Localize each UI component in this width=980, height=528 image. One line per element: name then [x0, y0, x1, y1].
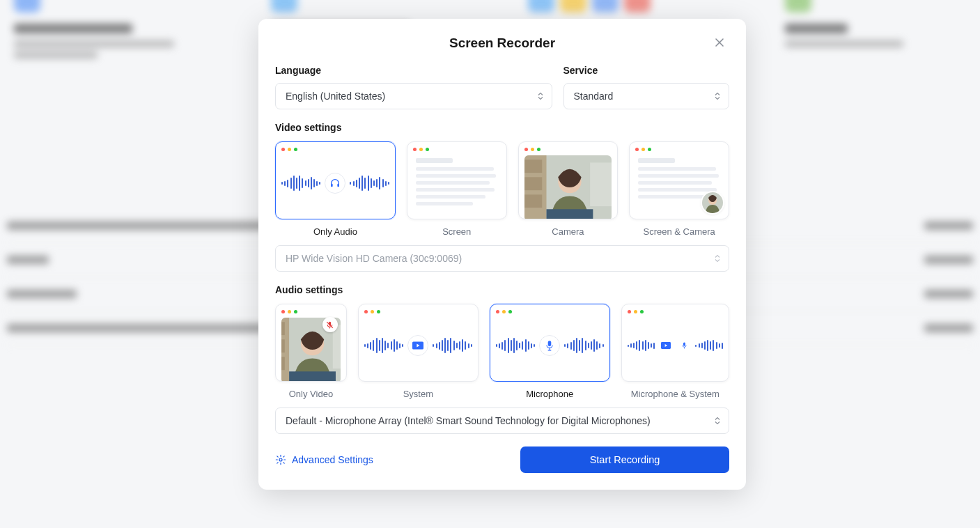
service-select[interactable]: Standard	[563, 83, 730, 109]
svg-rect-0	[331, 184, 333, 187]
waveform-icon	[281, 176, 320, 191]
svg-rect-6	[524, 194, 542, 208]
audio-option-microphone[interactable]: Microphone	[490, 304, 610, 399]
option-label: Only Video	[289, 389, 333, 399]
language-label: Language	[275, 65, 552, 76]
svg-rect-15	[281, 339, 285, 352]
option-label: System	[403, 389, 433, 399]
camera-device-select[interactable]: HP Wide Vision HD Camera (30c9:0069)	[275, 245, 729, 272]
microphone-device-select[interactable]: Default - Microphone Array (Intel® Smart…	[275, 407, 729, 434]
camera-device-value: HP Wide Vision HD Camera (30c9:0069)	[286, 253, 462, 264]
screen-recorder-modal: Screen Recorder Language English (United…	[258, 19, 746, 490]
microphone-device-value: Default - Microphone Array (Intel® Smart…	[286, 415, 651, 426]
svg-rect-14	[281, 322, 285, 335]
option-label: Microphone & System	[631, 389, 720, 399]
chevron-updown-icon	[715, 417, 720, 425]
service-value: Standard	[574, 91, 614, 102]
audio-option-system[interactable]: System	[358, 304, 479, 399]
video-option-only-audio[interactable]: Only Audio	[275, 141, 396, 237]
screen-play-icon	[659, 339, 673, 352]
waveform-icon	[364, 338, 403, 353]
svg-rect-9	[546, 209, 593, 219]
audio-option-only-video[interactable]: Only Video	[275, 304, 347, 399]
close-button[interactable]	[710, 33, 729, 52]
svg-rect-28	[683, 343, 685, 346]
svg-rect-5	[524, 177, 542, 190]
chevron-updown-icon	[715, 93, 720, 100]
screen-play-icon	[407, 335, 428, 356]
video-option-camera[interactable]: Camera	[518, 141, 619, 237]
start-recording-button[interactable]: Start Recording	[520, 447, 729, 473]
microphone-icon	[539, 335, 560, 356]
language-select[interactable]: English (United States)	[275, 83, 552, 109]
waveform-icon	[496, 338, 535, 353]
svg-rect-19	[289, 371, 336, 382]
svg-rect-4	[524, 160, 542, 173]
svg-rect-24	[548, 341, 552, 346]
waveform-icon	[433, 338, 472, 353]
advanced-settings-link[interactable]: Advanced Settings	[275, 454, 373, 465]
svg-rect-7	[590, 162, 612, 206]
option-label: Screen	[442, 226, 471, 237]
video-option-screen-camera[interactable]: Screen & Camera	[629, 141, 729, 237]
waveform-icon	[695, 340, 723, 352]
camera-preview-thumb	[524, 155, 612, 219]
gear-icon	[275, 454, 286, 465]
chevron-updown-icon	[715, 255, 720, 263]
audio-option-microphone-system[interactable]: Microphone & System	[621, 304, 729, 399]
waveform-icon	[628, 340, 655, 352]
svg-point-30	[279, 458, 282, 461]
mic-muted-icon	[322, 317, 338, 332]
svg-rect-16	[281, 357, 285, 370]
svg-rect-17	[333, 325, 341, 368]
option-label: Camera	[552, 226, 584, 237]
waveform-icon	[564, 338, 603, 353]
advanced-settings-label: Advanced Settings	[292, 454, 373, 465]
video-settings-label: Video settings	[275, 122, 729, 133]
close-icon	[715, 38, 724, 47]
service-label: Service	[563, 65, 730, 76]
svg-rect-1	[338, 184, 340, 187]
camera-pip-thumb	[702, 192, 723, 213]
headphones-icon	[325, 173, 345, 194]
modal-title: Screen Recorder	[275, 36, 729, 51]
waveform-icon	[350, 176, 389, 191]
option-label: Microphone	[526, 389, 573, 399]
audio-settings-label: Audio settings	[275, 284, 729, 295]
option-label: Screen & Camera	[643, 226, 715, 237]
chevron-updown-icon	[538, 93, 543, 100]
microphone-icon	[677, 339, 691, 352]
video-option-screen[interactable]: Screen	[407, 141, 507, 237]
option-label: Only Audio	[313, 226, 357, 237]
language-value: English (United States)	[286, 91, 385, 102]
